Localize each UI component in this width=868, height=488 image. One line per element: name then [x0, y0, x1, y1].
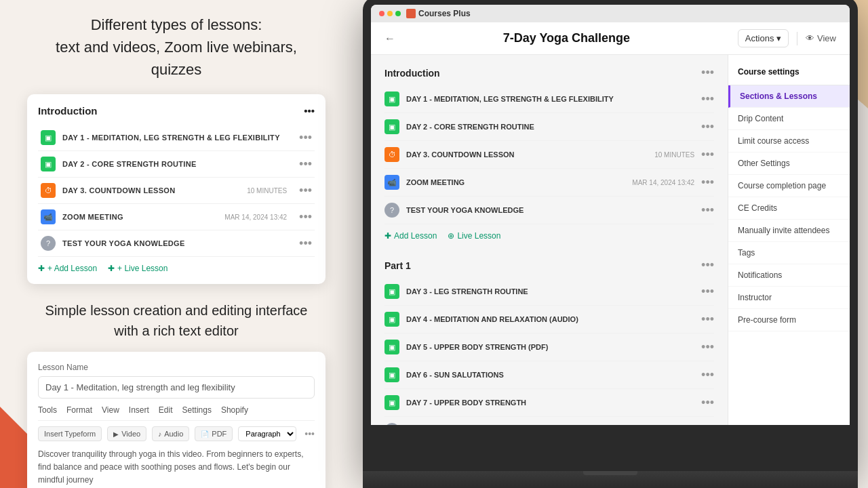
sidebar-item-precourse[interactable]: Pre-course form [728, 309, 850, 331]
editor-card: Lesson Name Tools Format View Insert Edi… [27, 352, 326, 488]
toolbar-settings[interactable]: Settings [182, 405, 212, 415]
list-item: 📹 ZOOM MEETING MAR 14, 2024 13:42 ••• [38, 204, 315, 230]
add-lesson-button[interactable]: ✚ Add Lesson [384, 231, 437, 241]
right-panel: Courses Plus ← 7-Day Yoga Challenge Acti… [353, 0, 868, 488]
lesson-dots[interactable]: ••• [299, 157, 312, 171]
browser-window-controls [379, 11, 401, 16]
lesson-menu[interactable]: ••• [701, 424, 714, 426]
lesson-name: DAY 2 - CORE STRENGTH ROUTINE [62, 160, 292, 168]
sidebar-item-limit[interactable]: Limit course access [728, 130, 850, 152]
lesson-duration: 10 MINUTES [654, 151, 694, 159]
header-actions: Actions ▾ 👁 View [738, 29, 836, 47]
typeform-button[interactable]: Insert Typeform [38, 426, 102, 441]
table-row: ? UNITS QUIZ ••• [384, 417, 714, 425]
lesson-menu[interactable]: ••• [701, 312, 714, 327]
part1-section-menu[interactable]: ••• [701, 258, 714, 272]
lesson-menu[interactable]: ••• [701, 120, 714, 134]
sidebar-item-notifications[interactable]: Notifications [728, 264, 850, 287]
sidebar-item-manually[interactable]: Manually invite attendees [728, 220, 850, 242]
lesson-date: MAR 14, 2024 13:42 [632, 179, 694, 186]
editor-more-options[interactable]: ••• [304, 428, 315, 439]
lesson-menu[interactable]: ••• [701, 92, 714, 106]
lesson-menu[interactable]: ••• [701, 285, 714, 299]
lesson-menu[interactable]: ••• [701, 148, 714, 162]
part1-section-title: Part 1 [384, 260, 411, 271]
lesson-name-input[interactable] [38, 376, 315, 399]
view-button[interactable]: 👁 View [806, 33, 836, 43]
actions-dropdown-button[interactable]: Actions ▾ [738, 29, 789, 47]
toolbar-edit[interactable]: Edit [159, 405, 173, 415]
sidebar-item-drip[interactable]: Drip Content [728, 108, 850, 130]
table-row: ▣ DAY 3 - LEG STRENGTH ROUTINE ••• [384, 278, 714, 306]
lesson-icon: ▣ [384, 119, 399, 134]
toolbar-view[interactable]: View [102, 405, 119, 415]
sidebar-item-other[interactable]: Other Settings [728, 152, 850, 175]
lesson-dots[interactable]: ••• [299, 210, 312, 224]
plus-icon: ✚ [108, 264, 115, 273]
maximize-window-button[interactable] [395, 11, 401, 16]
close-window-button[interactable] [379, 11, 384, 16]
introduction-section-header: Introduction ••• [384, 66, 714, 80]
lesson-menu[interactable]: ••• [701, 340, 714, 354]
sidebar-item-tags[interactable]: Tags [728, 242, 850, 264]
lesson-menu[interactable]: ••• [701, 176, 714, 190]
sidebar-item-sections[interactable]: Sections & Lessons [728, 85, 850, 108]
editor-toolbar: Tools Format View Insert Edit Settings S… [38, 405, 315, 421]
lesson-name: DAY 2 - CORE STRENGTH ROUTINE [406, 123, 694, 131]
live-lesson-button[interactable]: ✚ + Live Lesson [108, 264, 167, 273]
sidebar-item-completion[interactable]: Course completion page [728, 175, 850, 197]
lesson-name: ZOOM MEETING [62, 213, 218, 221]
introduction-section-menu[interactable]: ••• [701, 66, 714, 80]
course-card-menu[interactable]: ••• [304, 105, 315, 117]
list-item: ⏱ DAY 3. COUNTDOWN LESSON 10 MINUTES ••• [38, 178, 315, 204]
toolbar-format[interactable]: Format [66, 405, 92, 415]
table-row: ▣ DAY 2 - CORE STRENGTH ROUTINE ••• [384, 113, 714, 141]
add-lesson-button[interactable]: ✚ + Add Lesson [38, 264, 97, 273]
toolbar-insert[interactable]: Insert [129, 405, 149, 415]
editor-tools-row: Insert Typeform ▶ Video ♪ Audio 📄 PDF Pa… [38, 426, 315, 441]
main-layout: Introduction ••• ▣ DAY 1 - MEDITATION, L… [371, 55, 850, 425]
course-settings-sidebar: Course settings Sections & Lessons Drip … [728, 55, 850, 425]
lesson-menu[interactable]: ••• [701, 368, 714, 382]
lesson-name: TEST YOUR YOGA KNOWLEDGE [62, 239, 292, 247]
video-button[interactable]: ▶ Video [107, 426, 146, 441]
lesson-icon-zoom: 📹 [384, 175, 399, 190]
lesson-dots[interactable]: ••• [299, 184, 312, 198]
lesson-icon: ▣ [384, 312, 399, 327]
lesson-menu[interactable]: ••• [701, 396, 714, 410]
eye-icon: 👁 [806, 33, 814, 43]
course-card: Introduction ••• ▣ DAY 1 - MEDITATION, L… [27, 94, 326, 284]
lesson-dots[interactable]: ••• [299, 237, 312, 251]
plus-icon: ✚ [38, 264, 45, 273]
minimize-window-button[interactable] [387, 11, 393, 16]
sidebar-item-instructor[interactable]: Instructor [728, 287, 850, 309]
sidebar-item-ce[interactable]: CE Credits [728, 197, 850, 220]
list-item: ▣ DAY 2 - CORE STRENGTH ROUTINE ••• [38, 151, 315, 178]
app-content: ← 7-Day Yoga Challenge Actions ▾ 👁 Vi [371, 22, 850, 425]
editor-content: Discover tranquility through yoga in thi… [38, 448, 315, 487]
toolbar-shopify[interactable]: Shopify [221, 405, 248, 415]
left-panel: Different types of lessons: text and vid… [0, 0, 353, 488]
pdf-button[interactable]: 📄 PDF [195, 426, 233, 441]
back-arrow-icon: ← [384, 33, 395, 45]
table-row: ? TEST YOUR YOGA KNOWLEDGE ••• [384, 197, 714, 224]
paragraph-style-select[interactable]: Paragraph [238, 426, 296, 441]
lesson-icon-countdown: ⏱ [384, 147, 399, 162]
app-header: ← 7-Day Yoga Challenge Actions ▾ 👁 Vi [371, 22, 850, 55]
lesson-dots[interactable]: ••• [299, 131, 312, 145]
lesson-name-label: Lesson Name [38, 363, 315, 372]
lesson-icon: ▣ [384, 92, 399, 106]
table-row: ▣ DAY 6 - SUN SALUTATIONS ••• [384, 361, 714, 389]
chevron-down-icon: ▾ [776, 33, 781, 43]
lesson-menu[interactable]: ••• [701, 203, 714, 218]
lesson-name: DAY 5 - UPPER BODY STRENGTH (PDF) [406, 343, 694, 351]
toolbar-tools[interactable]: Tools [38, 405, 57, 415]
lesson-name: DAY 1 - MEDITATION, LEG STRENGTH & LEG F… [406, 95, 694, 103]
audio-button[interactable]: ♪ Audio [152, 426, 189, 441]
back-button[interactable]: ← [384, 33, 395, 45]
lesson-icon-green: ▣ [41, 130, 56, 145]
live-lesson-button[interactable]: ⊕ Live Lesson [448, 231, 500, 241]
divider [797, 32, 797, 45]
lesson-icon-quiz: ? [41, 236, 56, 251]
part1-section-header: Part 1 ••• [384, 258, 714, 272]
